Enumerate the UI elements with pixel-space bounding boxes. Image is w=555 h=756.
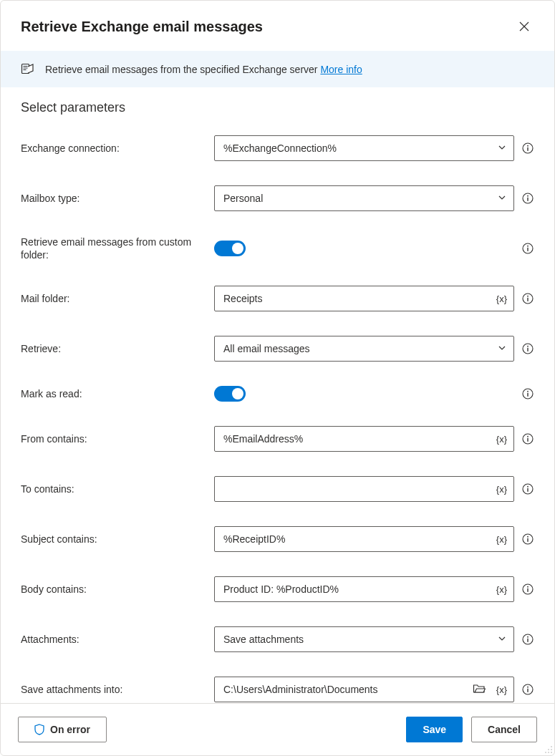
svg-point-39 [551,752,552,753]
svg-point-41 [548,752,549,753]
select-retrieve[interactable]: All email messages [214,336,514,362]
row-attachments: Attachments: Save attachments [21,626,534,652]
input-save-into[interactable] [214,677,514,702]
select-exchange-connection[interactable]: %ExchangeConnection% [214,135,514,161]
input-to-contains[interactable] [214,476,514,502]
close-icon [519,21,529,32]
save-button[interactable]: Save [406,717,463,742]
svg-point-38 [551,749,552,750]
dialog-retrieve-exchange: Retrieve Exchange email messages Retriev… [0,0,555,756]
shield-icon [34,724,44,735]
svg-point-37 [551,746,552,747]
variable-icon[interactable]: {x} [496,434,507,445]
svg-rect-3 [527,147,528,151]
info-icon[interactable] [521,192,534,205]
row-from-contains: From contains: {x} [21,426,534,452]
more-info-link[interactable]: More info [320,64,362,75]
info-icon[interactable] [521,583,534,596]
svg-point-17 [527,391,529,392]
svg-rect-6 [527,198,528,201]
svg-rect-9 [527,248,528,251]
variable-icon[interactable]: {x} [496,484,507,495]
svg-point-2 [527,145,529,147]
svg-point-5 [527,195,529,197]
row-body-contains: Body contains: {x} [21,576,534,602]
svg-point-29 [527,586,529,588]
infobar-text: Retrieve email messages from the specifi… [45,64,362,75]
label-custom-folder: Retrieve email messages from custom fold… [21,236,206,261]
input-body-contains[interactable] [214,576,514,602]
label-mark-as-read: Mark as read: [21,387,206,400]
toggle-custom-folder[interactable] [214,241,246,256]
svg-rect-21 [527,438,528,442]
row-subject-contains: Subject contains: {x} [21,526,534,552]
chevron-down-icon [498,634,506,645]
row-custom-folder: Retrieve email messages from custom fold… [21,236,534,261]
variable-icon[interactable]: {x} [496,534,507,545]
info-icon[interactable] [521,633,534,646]
variable-icon[interactable]: {x} [496,294,507,304]
label-retrieve: Retrieve: [21,342,206,355]
row-mail-folder: Mail folder: {x} [21,286,534,311]
svg-rect-24 [527,488,528,492]
on-error-button[interactable]: On error [18,717,107,742]
label-subject-contains: Subject contains: [21,533,206,546]
row-to-contains: To contains: {x} [21,476,534,502]
label-body-contains: Body contains: [21,583,206,596]
svg-rect-36 [527,689,528,692]
info-icon[interactable] [521,432,534,445]
info-icon[interactable] [521,342,534,355]
label-mailbox-type: Mailbox type: [21,192,206,205]
svg-rect-12 [527,298,528,301]
resize-grip-icon[interactable] [544,745,553,754]
dialog-header: Retrieve Exchange email messages [1,1,554,51]
row-mark-as-read: Mark as read: [21,386,534,402]
input-mail-folder[interactable] [214,286,514,311]
infobar: Retrieve email messages from the specifi… [1,51,554,87]
svg-rect-30 [527,588,528,592]
info-icon[interactable] [521,142,534,155]
chevron-down-icon [498,142,506,154]
dialog-title: Retrieve Exchange email messages [21,19,263,35]
select-mailbox-type[interactable]: Personal [214,185,514,211]
chevron-down-icon [498,193,506,204]
info-icon[interactable] [521,483,534,495]
folder-browse-icon[interactable] [473,683,486,697]
info-icon[interactable] [521,533,534,546]
svg-point-35 [527,687,529,688]
close-button[interactable] [514,16,534,37]
svg-point-14 [527,346,529,347]
variable-icon[interactable]: {x} [496,584,507,595]
label-attachments: Attachments: [21,633,206,646]
svg-rect-15 [527,348,528,352]
svg-point-11 [527,296,529,297]
variable-icon[interactable]: {x} [496,684,507,695]
row-retrieve: Retrieve: All email messages [21,336,534,362]
label-mail-folder: Mail folder: [21,292,206,305]
action-icon [21,61,35,77]
svg-rect-18 [527,393,528,397]
row-save-into: Save attachments into: {x} [21,677,534,702]
row-mailbox-type: Mailbox type: Personal [21,185,534,211]
section-title: Select parameters [21,100,534,115]
label-save-into: Save attachments into: [21,683,206,696]
row-exchange-connection: Exchange connection: %ExchangeConnection… [21,135,534,161]
svg-point-23 [527,486,529,488]
toggle-mark-as-read[interactable] [214,386,246,402]
svg-point-42 [545,752,546,753]
label-exchange-connection: Exchange connection: [21,142,206,155]
select-attachments[interactable]: Save attachments [214,626,514,652]
svg-point-32 [527,636,529,638]
dialog-footer: On error Save Cancel [1,703,554,755]
dialog-content: Select parameters Exchange connection: %… [1,87,554,703]
chevron-down-icon [498,343,506,354]
info-icon[interactable] [521,387,534,400]
cancel-button[interactable]: Cancel [471,717,537,742]
input-from-contains[interactable] [214,426,514,452]
info-icon[interactable] [521,242,534,255]
input-subject-contains[interactable] [214,526,514,552]
svg-rect-27 [527,538,528,542]
footer-right: Save Cancel [406,717,537,742]
info-icon[interactable] [521,292,534,305]
info-icon[interactable] [521,683,534,696]
